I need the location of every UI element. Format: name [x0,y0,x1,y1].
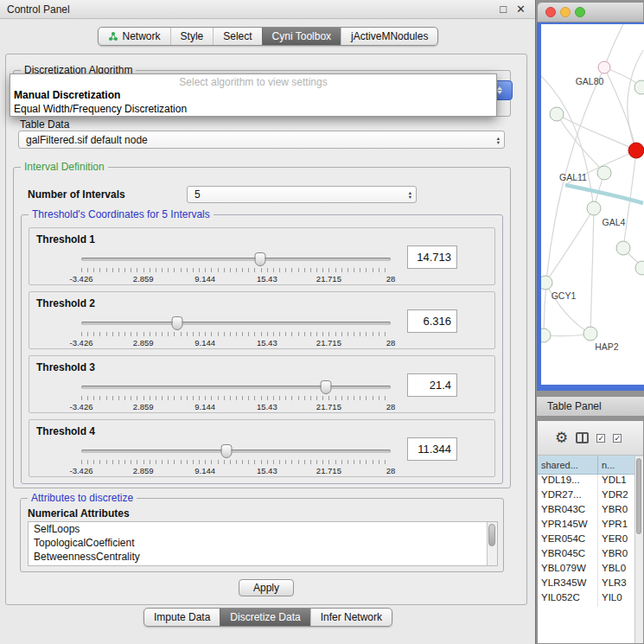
tab-label: Infer Network [321,611,382,623]
table-panel-window: ⚙ ✓ ✓ shared... n... YDL19... YDL1 YDR27… [537,420,644,644]
table-row[interactable]: YBR045C YBR0 [538,548,634,563]
slider-thumb[interactable] [171,316,182,330]
network-node[interactable] [628,143,644,158]
slider-scale-label: -3.426 [70,402,93,411]
tab-style[interactable]: Style [170,28,214,45]
scrollbar-thumb[interactable] [488,524,495,546]
attribute-item[interactable]: TopologicalCoefficient [29,536,497,550]
network-node[interactable] [634,80,644,94]
table-row[interactable]: YDR27... YDR2 [538,489,634,504]
tab-jactivemnodules[interactable]: jActiveMNodules [341,28,437,45]
table-row[interactable]: YER054C YER0 [538,533,634,548]
slider-scale-label: 9.144 [194,402,215,411]
tab-cyni-toolbox[interactable]: Cyni Toolbox [262,28,341,45]
tab-label: Impute Data [154,611,210,623]
close-traffic-light-icon[interactable] [545,7,556,17]
slider-scale-label: 15.43 [257,402,277,411]
column-header-shared-name[interactable]: shared... [538,456,598,474]
network-node[interactable] [583,327,597,341]
checkbox-icon[interactable]: ✓ [596,434,605,443]
interval-definition-group: Interval Definition Number of Intervals … [13,167,511,488]
threshold-slider[interactable]: -3.4262.8599.14415.4321.71528 [81,315,391,348]
slider-scale-label: 15.43 [257,274,277,284]
numerical-attributes-list[interactable]: SelfLoopsTopologicalCoefficientBetweenne… [28,521,498,566]
spinner-down-icon [497,91,502,94]
network-node[interactable] [587,201,601,215]
threshold-value-field[interactable]: 21.4 [407,373,457,397]
network-node[interactable] [616,241,630,255]
slider-scale-label: 28 [386,402,396,411]
network-node[interactable] [635,261,644,275]
slider-track[interactable] [81,450,391,453]
threshold-slider[interactable]: -3.4262.8599.14415.4321.71528 [81,443,391,475]
number-of-intervals-combobox[interactable]: 5 ▴▾ [187,186,417,203]
float-window-icon[interactable]: □ [500,3,507,16]
node-label: GAL11 [559,172,587,182]
table-data-value: galFiltered.sif default node [26,134,148,146]
slider-scale-label: 28 [386,274,396,284]
threshold-slider[interactable]: -3.4262.8599.14415.4321.71528 [81,251,391,284]
threshold-value-field[interactable]: 14.713 [407,245,457,269]
cell-name: YBL0 [598,563,634,577]
network-node[interactable] [541,328,551,342]
tab-select[interactable]: Select [213,28,261,45]
network-canvas[interactable]: GAL80GAL11GAL4GCY1HAP2 [541,24,644,385]
threshold-value-field[interactable]: 6.316 [407,309,457,333]
tab-network[interactable]: Network [99,28,170,45]
tab-impute-data[interactable]: Impute Data [144,609,220,626]
network-node[interactable] [597,166,611,180]
table-row[interactable]: YBR043C YBR0 [538,504,634,519]
threshold-panel: Threshold 1 -3.4262.8599.14415.4321.7152… [29,227,495,285]
table-row[interactable]: YLR345W YLR3 [538,577,634,592]
columns-icon[interactable] [576,432,589,443]
tab-discretize-data[interactable]: Discretize Data [220,609,309,626]
apply-button[interactable]: Apply [239,579,294,596]
attribute-item[interactable]: SelfLoops [29,522,497,536]
network-node[interactable] [598,61,610,73]
threshold-value-field[interactable]: 11.344 [407,437,457,461]
slider-scale-labels: -3.4262.8599.14415.4321.71528 [81,402,391,412]
network-window-titlebar [537,2,644,22]
scrollbar-thumb[interactable] [636,458,641,534]
slider-track[interactable] [81,258,391,261]
slider-scale-label: -3.426 [70,466,93,475]
threshold-slider[interactable]: -3.4262.8599.14415.4321.71528 [81,379,391,411]
list-scrollbar[interactable] [487,522,497,565]
dropdown-option-equal-width[interactable]: Equal Width/Frequency Discretization [10,103,496,115]
table-data-combobox[interactable]: galFiltered.sif default node ▴▾ [18,131,505,149]
slider-track[interactable] [81,386,391,389]
cell-shared-name: YBL079W [538,563,598,577]
slider-scale-label: 21.715 [316,402,341,411]
network-icon [108,31,118,41]
threshold-panel: Threshold 2 -3.4262.8599.14415.4321.7152… [29,291,495,349]
table-scrollbar[interactable] [634,456,643,643]
table-row[interactable]: YIL052C YIL0 [538,592,634,607]
attribute-item[interactable]: BetweennessCentrality [29,550,497,564]
slider-scale-label: 2.859 [133,274,154,284]
table-row[interactable]: YPR145W YPR1 [538,519,634,533]
minimize-traffic-light-icon[interactable] [560,7,571,17]
numerical-attributes-label: Numerical Attributes [28,507,130,520]
algorithm-dropdown-popup: Select algorithm to view settings Manual… [10,73,497,117]
threshold-panel: Threshold 3 -3.4262.8599.14415.4321.7152… [29,355,495,413]
slider-track[interactable] [81,322,391,325]
table-row[interactable]: YBL079W YBL0 [538,563,634,577]
network-node[interactable] [550,107,564,121]
checkbox-icon[interactable]: ✓ [613,434,622,443]
slider-thumb[interactable] [320,380,331,394]
threshold-label: Threshold 2 [36,297,95,309]
close-icon[interactable]: ✕ [516,3,526,16]
slider-thumb[interactable] [221,444,233,458]
network-edge [604,24,623,67]
gear-icon[interactable]: ⚙ [555,430,568,445]
network-node[interactable] [541,276,552,290]
zoom-traffic-light-icon[interactable] [575,7,585,17]
slider-ticks [81,268,391,272]
tab-label: Cyni Toolbox [272,30,331,42]
slider-thumb[interactable] [254,252,265,266]
tab-label: Select [223,30,252,42]
bottom-tab-bar: Impute Data Discretize Data Infer Networ… [0,608,536,627]
tab-infer-network[interactable]: Infer Network [310,609,392,626]
table-row[interactable]: YDL19... YDL1 [538,475,634,489]
dropdown-option-manual[interactable]: Manual Discretization [10,89,496,101]
